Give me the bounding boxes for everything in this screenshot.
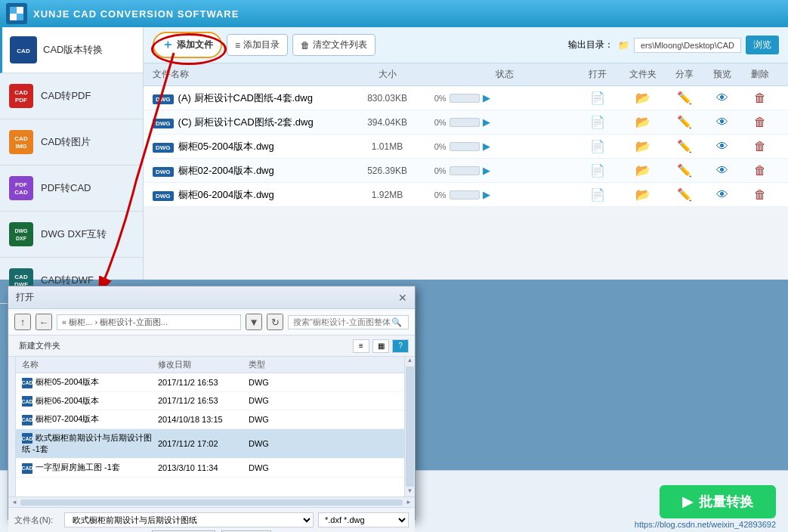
dialog-file-name: CAD橱柜05-2004版本	[22, 376, 158, 388]
svg-rect-15	[9, 222, 33, 246]
list-view-button[interactable]: ≡	[353, 339, 369, 353]
table-row: DWG(C) 厨柜设计CAD图纸-2套.dwg 394.04KB 0% ▶ 📄 …	[144, 110, 788, 135]
list-item[interactable]: CAD橱柜06-2004版本 2017/11/2 16:53 DWG	[16, 392, 404, 411]
col-name[interactable]: 名称	[22, 359, 158, 370]
url-bar: https://blog.csdn.net/weixin_42893692	[635, 520, 776, 529]
sidebar-item-dwg-dxf[interactable]: DWG DXF DWG DXF互转	[0, 212, 143, 258]
search-bar[interactable]: 🔍	[288, 315, 409, 329]
open-file-icon[interactable]: 📄	[575, 187, 620, 202]
delete-icon[interactable]: 🗑	[741, 116, 779, 129]
breadcrumb-text: « 橱柜... › 橱柜设计-立面图...	[62, 317, 168, 328]
open-folder-icon[interactable]: 📂	[620, 163, 666, 178]
search-input[interactable]	[293, 317, 391, 326]
preview-icon[interactable]: 👁	[703, 188, 741, 202]
progress-container: 0% ▶	[434, 92, 575, 104]
start-button[interactable]: ▶	[483, 116, 490, 128]
preview-icon[interactable]: 👁	[703, 91, 741, 105]
detail-view-button[interactable]: ▦	[372, 339, 389, 353]
svg-text:CAD: CAD	[14, 135, 28, 142]
col-date[interactable]: 修改日期	[158, 359, 249, 370]
list-item[interactable]: CAD一字型厨房施工图 -1套 2013/3/10 11:34 DWG	[16, 459, 404, 478]
add-dir-button[interactable]: ≡ 添加目录	[227, 34, 288, 56]
cad-icon: CAD	[22, 433, 32, 444]
progress-container: 0% ▶	[434, 165, 575, 176]
preview-icon[interactable]: 👁	[703, 140, 741, 153]
view-buttons: ≡ ▦ ?	[353, 339, 409, 353]
open-folder-icon[interactable]: 📂	[620, 115, 666, 129]
open-folder-icon[interactable]: 📂	[620, 139, 666, 153]
list-item[interactable]: CAD橱柜05-2004版本 2017/11/2 16:53 DWG	[16, 373, 404, 392]
list-item[interactable]: CAD欧式橱柜前期设计与后期设计图纸 -1套 2017/11/2 17:02 D…	[16, 429, 404, 459]
sidebar-item-cad-to-pdf[interactable]: CAD PDF CAD转PDF	[0, 73, 143, 119]
dialog-file-type: DWG	[249, 396, 294, 405]
add-file-button[interactable]: ＋ 添加文件	[153, 32, 222, 58]
batch-convert-button[interactable]: ▶ 批量转换	[660, 485, 776, 518]
start-button[interactable]: ▶	[483, 92, 490, 104]
sidebar-label-cad-img: CAD转图片	[41, 135, 91, 149]
dialog-file-type: DWG	[249, 439, 294, 448]
open-file-icon[interactable]: 📄	[575, 115, 620, 129]
share-icon[interactable]: ✏️	[666, 115, 703, 129]
dialog-close-button[interactable]: ✕	[398, 292, 407, 304]
scroll-up[interactable]: ▲	[405, 357, 415, 366]
open-file-icon[interactable]: 📄	[575, 163, 620, 178]
horizontal-scroll[interactable]: ◄ ►	[8, 496, 415, 507]
svg-text:CAD: CAD	[14, 189, 28, 196]
sidebar-item-cad-version[interactable]: CAD CAD版本转换	[0, 27, 143, 73]
app-title: XUNJE CAD CONVERSION SOFTWARE	[33, 8, 239, 20]
browse-button[interactable]: 浏览	[746, 36, 779, 54]
breadcrumb-dropdown[interactable]: ▼	[246, 314, 262, 330]
share-icon[interactable]: ✏️	[666, 139, 703, 153]
filename-label: 文件名(N):	[14, 515, 60, 526]
delete-icon[interactable]: 🗑	[741, 91, 779, 105]
delete-icon[interactable]: 🗑	[741, 164, 779, 178]
filename-input[interactable]: 欧式橱柜前期设计与后期设计图纸	[64, 512, 314, 527]
scroll-down[interactable]: ▼	[405, 487, 415, 496]
filetype-select[interactable]: *.dxf *.dwg	[318, 512, 409, 527]
dialog-nav: ↑ ← « 橱柜... › 橱柜设计-立面图... ▼ ↻ 🔍	[8, 309, 415, 336]
start-button[interactable]: ▶	[483, 189, 490, 200]
share-icon[interactable]: ✏️	[666, 163, 703, 178]
svg-rect-12	[9, 176, 33, 200]
title-bar: XUNJE CAD CONVERSION SOFTWARE	[0, 0, 788, 27]
table-row: DWG橱柜05-2004版本.dwg 1.01MB 0% ▶ 📄 📂 ✏️ 👁 …	[144, 135, 788, 159]
delete-icon[interactable]: 🗑	[741, 188, 779, 202]
dialog-title-bar: 打开 ✕	[8, 286, 415, 309]
toolbar: ＋ 添加文件 ≡ 添加目录 🗑 清空文件列表 输出目录： 📁 ers\Mloon…	[144, 27, 788, 63]
progress-container: 0% ▶	[434, 141, 575, 152]
open-file-icon[interactable]: 📄	[575, 139, 620, 153]
col-filename: 文件名称	[153, 68, 340, 81]
open-file-icon[interactable]: 📄	[575, 91, 620, 105]
help-button[interactable]: ?	[392, 339, 409, 353]
dialog-file-type: DWG	[249, 463, 294, 472]
refresh-button[interactable]: ↻	[267, 314, 283, 330]
start-button[interactable]: ▶	[483, 165, 490, 176]
start-button[interactable]: ▶	[483, 141, 490, 152]
open-folder-icon[interactable]: 📂	[620, 91, 666, 105]
delete-icon[interactable]: 🗑	[741, 140, 779, 153]
dialog-file-date: 2017/11/2 16:53	[158, 396, 249, 405]
dialog-file-list: CAD橱柜05-2004版本 2017/11/2 16:53 DWG CAD橱柜…	[16, 373, 404, 496]
progress-container: 0% ▶	[434, 189, 575, 200]
sidebar-item-cad-to-image[interactable]: CAD IMG CAD转图片	[0, 119, 143, 165]
cad-icon: CAD	[22, 415, 32, 425]
new-folder-button[interactable]: 新建文件夹	[14, 339, 65, 353]
preview-icon[interactable]: 👁	[703, 116, 741, 129]
share-icon[interactable]: ✏️	[666, 187, 703, 202]
clear-list-button[interactable]: 🗑 清空文件列表	[292, 34, 375, 56]
file-name: DWG橱柜02-2004版本.dwg	[153, 164, 340, 178]
scroll-left[interactable]: ◄	[11, 499, 17, 506]
scroll-right[interactable]: ►	[406, 499, 412, 506]
list-item[interactable]: CAD橱柜07-2004版本 2014/10/18 13:15 DWG	[16, 410, 404, 429]
sidebar-item-pdf-to-cad[interactable]: PDF CAD PDF转CAD	[0, 165, 143, 212]
preview-icon[interactable]: 👁	[703, 164, 741, 178]
dialog-title-text: 打开	[16, 291, 34, 304]
svg-rect-1	[17, 7, 23, 14]
open-folder-icon[interactable]: 📂	[620, 187, 666, 202]
col-type[interactable]: 类型	[249, 359, 294, 370]
svg-text:PDF: PDF	[15, 181, 27, 188]
nav-up-button[interactable]: ↑	[14, 314, 31, 330]
table-row: DWG橱柜06-2004版本.dwg 1.92MB 0% ▶ 📄 📂 ✏️ 👁 …	[144, 183, 788, 207]
nav-back-button[interactable]: ←	[36, 314, 52, 330]
share-icon[interactable]: ✏️	[666, 91, 703, 105]
